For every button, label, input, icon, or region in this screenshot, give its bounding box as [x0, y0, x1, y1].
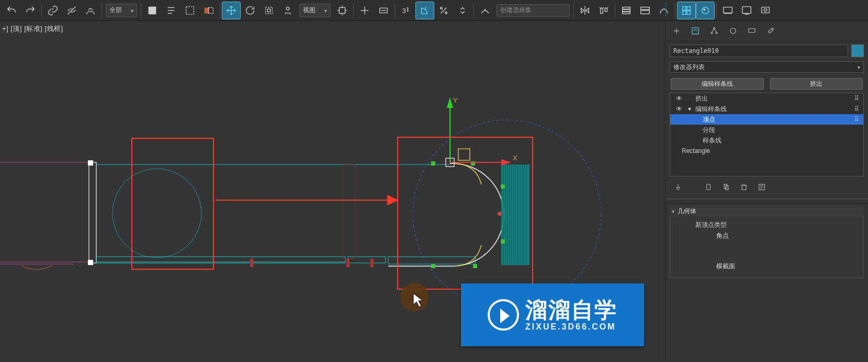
option-corner[interactable]: 角点 — [716, 232, 859, 241]
spinner-snap-icon[interactable] — [453, 2, 472, 19]
bind-icon[interactable] — [81, 2, 100, 19]
configure-sets-icon[interactable] — [757, 182, 767, 192]
angle-snap-icon[interactable]: 2 — [415, 2, 434, 19]
svg-point-12 — [286, 7, 289, 9]
svg-rect-56 — [88, 260, 93, 265]
svg-rect-32 — [605, 8, 607, 11]
svg-marker-93 — [387, 195, 399, 205]
svg-rect-10 — [266, 7, 273, 14]
unlink-icon[interactable] — [62, 2, 81, 19]
motion-tab-icon[interactable] — [727, 25, 739, 37]
window-crossing-icon[interactable] — [199, 2, 218, 19]
align-icon[interactable] — [594, 2, 613, 19]
select-scale-icon[interactable] — [260, 2, 278, 19]
svg-rect-34 — [623, 9, 630, 12]
select-by-name-icon[interactable] — [162, 2, 181, 19]
svg-point-43 — [703, 8, 705, 10]
svg-rect-65 — [370, 259, 374, 267]
svg-point-50 — [112, 169, 201, 258]
remove-modifier-icon[interactable] — [739, 182, 749, 192]
create-tab-icon[interactable] — [671, 25, 682, 37]
rollout-geometry-header[interactable]: 几何体 — [670, 206, 864, 216]
expand-toggle-icon[interactable]: ▾ — [686, 105, 693, 113]
main-toolbar: 全部 视图 3 2 创建选择集 — [0, 0, 868, 21]
render-setup-icon[interactable] — [718, 2, 737, 19]
svg-rect-31 — [601, 8, 603, 13]
extrude-button[interactable]: 挤出 — [770, 78, 863, 90]
named-selection-set-input[interactable]: 创建选择集 — [497, 4, 570, 17]
show-end-result-icon[interactable] — [703, 182, 714, 192]
modify-tab-icon[interactable] — [690, 25, 701, 37]
svg-point-98 — [714, 27, 715, 29]
viewport-top[interactable]: +] [顶] [标准] [线框] — [0, 21, 666, 362]
stack-knob-icon[interactable]: ⠿ — [852, 116, 861, 123]
svg-rect-97 — [692, 28, 698, 34]
select-move-icon[interactable] — [222, 2, 241, 19]
svg-rect-13 — [340, 7, 345, 13]
toggle-layer-explorer-icon[interactable] — [617, 2, 636, 19]
hierarchy-tab-icon[interactable] — [708, 25, 720, 37]
select-place-icon[interactable] — [278, 2, 297, 19]
stack-sub-segment[interactable]: 分段 — [670, 125, 863, 135]
svg-point-24 — [441, 7, 443, 9]
stack-item-label: 样条线 — [703, 136, 861, 145]
svg-rect-47 — [762, 7, 770, 13]
make-unique-icon[interactable] — [721, 182, 731, 192]
select-manipulate-icon[interactable] — [355, 2, 374, 19]
viewport-canvas: Y X — [0, 32, 666, 362]
stack-item-edit-spline[interactable]: 👁 ▾ 编辑样条线 ⠿ — [670, 104, 863, 114]
svg-line-102 — [714, 29, 717, 32]
modifier-list-dropdown[interactable]: 修改器列表 — [670, 61, 864, 73]
eye-icon[interactable]: 👁 — [674, 105, 684, 113]
render-icon[interactable] — [756, 2, 775, 19]
stack-item-extrude[interactable]: 👁 挤出 ⠿ — [670, 93, 863, 104]
material-editor-icon[interactable] — [696, 2, 715, 19]
svg-point-42 — [702, 7, 709, 14]
display-tab-icon[interactable] — [746, 25, 758, 37]
toggle-ribbon-icon[interactable] — [636, 2, 655, 19]
utilities-tab-icon[interactable] — [765, 25, 776, 37]
svg-rect-55 — [88, 160, 93, 166]
svg-point-100 — [716, 32, 717, 34]
keyboard-shortcut-override-icon[interactable] — [374, 2, 393, 19]
stack-knob-icon[interactable]: ⠿ — [852, 105, 861, 113]
schematic-view-icon[interactable] — [677, 2, 696, 19]
svg-line-26 — [441, 7, 447, 13]
object-name-input[interactable] — [670, 45, 848, 57]
link-icon[interactable] — [43, 2, 62, 19]
stack-item-label: 挤出 — [695, 94, 850, 103]
stack-sub-vertex[interactable]: 顶点 ⠿ — [670, 114, 863, 125]
render-frame-window-icon[interactable] — [737, 2, 756, 19]
stack-knob-icon[interactable]: ⠿ — [852, 95, 861, 102]
svg-rect-35 — [623, 12, 630, 14]
eye-icon[interactable]: 👁 — [674, 95, 684, 102]
pivot-center-icon[interactable] — [333, 2, 352, 19]
percent-snap-icon[interactable] — [434, 2, 453, 19]
undo-icon[interactable] — [2, 2, 21, 19]
pin-stack-icon[interactable] — [673, 182, 683, 192]
object-color-swatch[interactable] — [851, 45, 864, 57]
svg-point-99 — [711, 32, 713, 34]
edit-spline-button[interactable]: 编辑样条线 — [671, 78, 764, 90]
snap-3d-icon[interactable]: 3 — [397, 2, 415, 19]
svg-line-105 — [772, 28, 774, 29]
rect-select-icon[interactable] — [181, 2, 199, 19]
stack-base-rectangle[interactable]: Rectangle — [670, 146, 863, 156]
axis-x-label: X — [513, 154, 517, 162]
svg-rect-109 — [742, 185, 746, 190]
stack-sub-spline[interactable]: 样条线 — [670, 135, 863, 146]
svg-rect-38 — [683, 6, 686, 9]
named-set-edit-icon[interactable] — [476, 2, 494, 19]
selection-scope-dropdown[interactable]: 全部 — [106, 4, 137, 17]
mirror-icon[interactable] — [576, 2, 594, 19]
option-crosssection[interactable]: 横截面 — [716, 262, 859, 271]
new-vertex-type-label: 新顶点类型 — [695, 221, 859, 229]
selection-set-placeholder: 创建选择集 — [500, 6, 532, 15]
svg-rect-1 — [149, 6, 156, 14]
select-rotate-icon[interactable] — [241, 2, 260, 19]
redo-icon[interactable] — [21, 2, 40, 19]
modifier-stack[interactable]: 👁 挤出 ⠿ 👁 ▾ 编辑样条线 ⠿ 顶点 ⠿ 分段 样条线 — [670, 93, 864, 177]
select-object-icon[interactable] — [143, 2, 162, 19]
curve-editor-icon[interactable] — [655, 2, 673, 19]
ref-coord-dropdown[interactable]: 视图 — [299, 4, 331, 17]
